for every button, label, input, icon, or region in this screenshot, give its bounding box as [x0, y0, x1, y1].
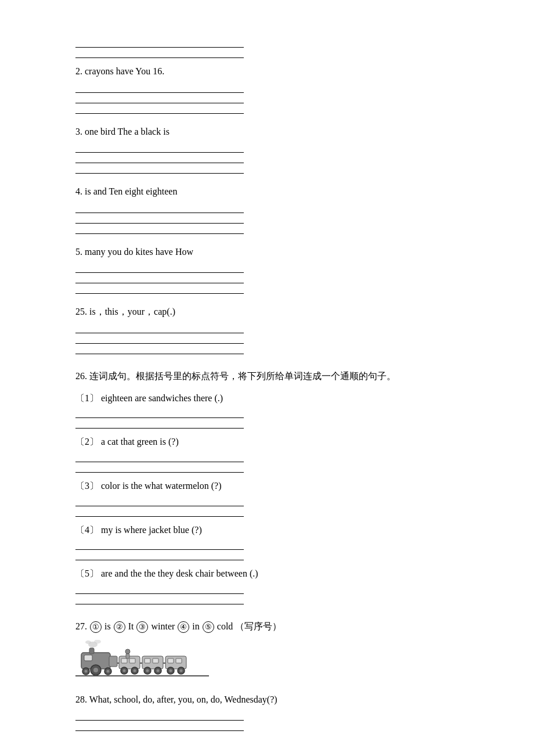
answer-line-26-4a[interactable]	[75, 539, 244, 550]
svg-rect-28	[168, 658, 174, 663]
svg-rect-29	[176, 658, 182, 663]
answer-line-26-2b[interactable]	[75, 462, 244, 473]
svg-point-38	[125, 649, 130, 654]
answer-line-4a[interactable]	[75, 203, 244, 213]
answer-line-26-1a[interactable]	[75, 408, 244, 418]
answer-line-26-3a[interactable]	[75, 496, 244, 506]
question-3: 3. one bird The a black is	[75, 124, 459, 174]
q26-sub4: 〔4〕 my is where jacket blue (?)	[75, 523, 459, 561]
svg-point-8	[93, 668, 98, 672]
q28-text: 28. What, school, do, after, you, on, do…	[75, 692, 459, 707]
answer-line-26-4b[interactable]	[75, 550, 244, 560]
q26-sub5-text: 〔5〕 are and the the they desk chair betw…	[75, 566, 459, 581]
svg-rect-39	[126, 654, 129, 658]
svg-rect-14	[121, 658, 127, 663]
q26-sub3-text: 〔3〕 color is the what watermelon (?)	[75, 478, 459, 494]
q27-circle3: ③	[136, 621, 148, 633]
q26-header: 26. 连词成句。根据括号里的标点符号，将下列所给单词连成一个通顺的句子。	[75, 368, 459, 385]
answer-line-4b[interactable]	[75, 213, 244, 224]
q27-text: 27. ① is ② It ③ winter ④ in ⑤ cold （写序号）	[75, 618, 459, 635]
q26-sub1: 〔1〕 eighteen are sandwiches there (.)	[75, 391, 459, 429]
answer-line-26-3b[interactable]	[75, 506, 244, 517]
svg-rect-4	[109, 656, 117, 667]
svg-point-31	[169, 669, 172, 672]
svg-point-10	[85, 669, 88, 672]
answer-line-4c[interactable]	[75, 224, 244, 234]
question-28: 28. What, school, do, after, you, on, do…	[75, 692, 459, 732]
svg-rect-5	[89, 648, 94, 654]
q27-circle5: ⑤	[203, 621, 214, 633]
q26-sub2: 〔2〕 a cat that green is (?)	[75, 434, 459, 473]
svg-point-12	[107, 669, 110, 672]
answer-line-28a[interactable]	[75, 710, 244, 721]
q26-sub4-text: 〔4〕 my is where jacket blue (?)	[75, 523, 459, 538]
q27-circle4: ④	[178, 621, 189, 633]
svg-rect-21	[145, 658, 150, 663]
answer-line-3c[interactable]	[75, 163, 244, 174]
question-27: 27. ① is ② It ③ winter ④ in ⑤ cold （写序号）	[75, 618, 459, 682]
svg-point-1	[85, 640, 91, 644]
answer-line-26-5a[interactable]	[75, 584, 244, 594]
q3-text: 3. one bird The a black is	[75, 124, 459, 139]
svg-rect-6	[84, 655, 92, 661]
question-25: 25. is，this，your，cap(.)	[75, 304, 459, 354]
answer-line-top-2a	[75, 37, 244, 48]
q25-text: 25. is，this，your，cap(.)	[75, 304, 459, 319]
answer-line-26-5b[interactable]	[75, 594, 244, 604]
q26-sub5: 〔5〕 are and the the they desk chair betw…	[75, 566, 459, 604]
q27-circle2: ②	[114, 621, 125, 633]
answer-line-25c[interactable]	[75, 344, 244, 354]
svg-point-17	[123, 669, 126, 672]
q2-text: 2. crayons have You 16.	[75, 64, 459, 79]
answer-line-26-2a[interactable]	[75, 452, 244, 462]
svg-point-33	[180, 669, 183, 672]
q26-sub2-text: 〔2〕 a cat that green is (?)	[75, 434, 459, 449]
answer-line-2b[interactable]	[75, 93, 244, 103]
svg-rect-22	[153, 658, 158, 663]
q4-text: 4. is and Ten eight eighteen	[75, 184, 459, 199]
answer-line-25a[interactable]	[75, 323, 244, 333]
q26-sub1-text: 〔1〕 eighteen are sandwiches there (.)	[75, 391, 459, 406]
answer-line-2a[interactable]	[75, 82, 244, 93]
q5-text: 5. many you do kites have How	[75, 244, 459, 260]
question-26: 26. 连词成句。根据括号里的标点符号，将下列所给单词连成一个通顺的句子。 〔1…	[75, 368, 459, 604]
question-5: 5. many you do kites have How	[75, 244, 459, 294]
question-4: 4. is and Ten eight eighteen	[75, 184, 459, 234]
answer-line-5b[interactable]	[75, 273, 244, 283]
answer-line-28b[interactable]	[75, 721, 244, 731]
answer-line-top-2b	[75, 48, 244, 58]
svg-point-24	[146, 669, 149, 672]
answer-line-3b[interactable]	[75, 153, 244, 163]
svg-rect-15	[129, 658, 135, 663]
q27-circle1: ①	[90, 621, 102, 633]
answer-line-25b[interactable]	[75, 333, 244, 344]
train-illustration	[75, 640, 459, 682]
svg-point-26	[157, 669, 160, 672]
answer-line-5c[interactable]	[75, 283, 244, 294]
question-2: 2. crayons have You 16.	[75, 37, 459, 114]
answer-line-26-1b[interactable]	[75, 418, 244, 429]
svg-point-19	[134, 669, 136, 672]
answer-line-5a[interactable]	[75, 262, 244, 273]
q26-sub3: 〔3〕 color is the what watermelon (?)	[75, 478, 459, 517]
answer-line-2c[interactable]	[75, 103, 244, 114]
answer-line-3a[interactable]	[75, 142, 244, 153]
